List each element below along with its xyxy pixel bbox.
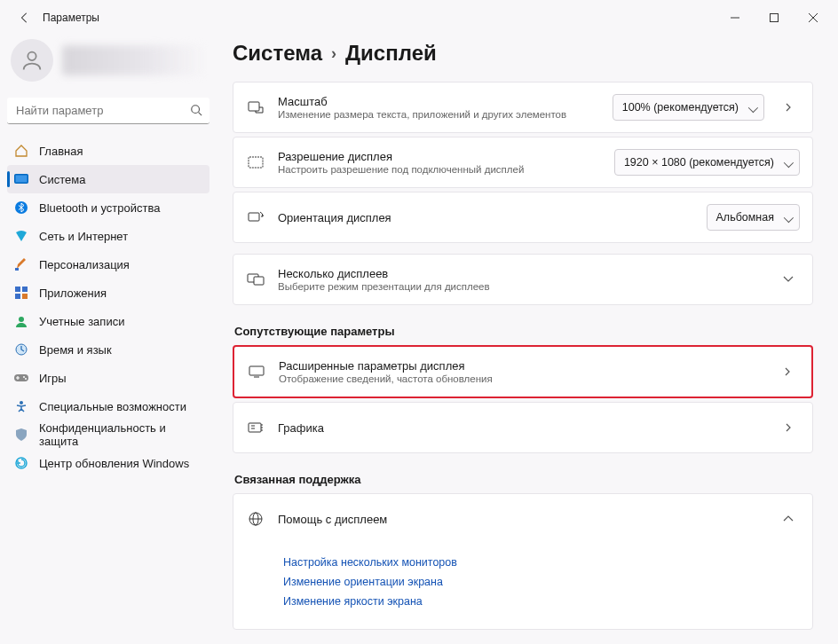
sidebar-item-label: Персонализация [39,258,130,271]
multi-display-subtitle: Выберите режим презентации для дисплеев [278,281,764,292]
svg-point-15 [19,317,24,322]
scale-subtitle: Изменение размера текста, приложений и д… [278,109,600,120]
svg-rect-23 [249,157,263,168]
help-link[interactable]: Изменение ориентации экрана [283,576,812,588]
brush-icon [14,257,28,271]
advanced-display-subtitle: Отображение сведений, частота обновления [279,373,763,384]
main-content: Система › Дисплей Масштаб Изменение разм… [217,35,838,644]
sidebar-item-apps[interactable]: Приложения [7,279,210,307]
apps-icon [14,286,28,300]
sidebar-item-time-language[interactable]: Время и язык [7,335,210,364]
help-header-row[interactable]: Помощь с дисплеем [233,494,812,544]
svg-point-4 [28,52,36,60]
sidebar-item-label: Сеть и Интернет [39,230,128,243]
maximize-button[interactable] [755,4,794,31]
svg-rect-13 [15,294,20,299]
sidebar-item-personalization[interactable]: Персонализация [7,250,210,279]
sidebar-item-label: Время и язык [39,343,112,357]
sidebar-item-privacy[interactable]: Конфиденциальность и защита [7,420,210,449]
search-box[interactable] [7,98,210,124]
close-button[interactable] [794,4,833,31]
scale-title: Масштаб [278,95,600,108]
orientation-dropdown[interactable]: Альбомная [707,204,800,231]
sidebar-item-windows-update[interactable]: Центр обновления Windows [7,449,210,477]
chevron-down-icon[interactable] [777,276,800,283]
system-icon [14,172,28,186]
graphics-row[interactable]: Графика [233,402,813,453]
shield-icon [14,428,28,442]
sidebar-item-network[interactable]: Сеть и Интернет [7,222,210,250]
window-title: Параметры [43,12,99,24]
related-heading: Сопутствующие параметры [234,325,813,338]
sidebar-item-gaming[interactable]: Игры [7,364,210,392]
back-button[interactable] [12,5,37,30]
help-card: Помощь с дисплеем Настройка нескольких м… [233,493,813,630]
multi-display-title: Несколько дисплеев [278,267,764,280]
help-link[interactable]: Настройка нескольких мониторов [283,556,812,569]
sidebar-item-accounts[interactable]: Учетные записи [7,307,210,335]
update-icon [14,456,28,470]
svg-rect-26 [254,277,264,285]
scale-row[interactable]: Масштаб Изменение размера текста, прилож… [233,82,813,133]
profile-block[interactable] [7,35,210,98]
resolution-row[interactable]: Разрешение дисплея Настроить разрешение … [233,137,813,188]
scale-dropdown[interactable]: 100% (рекомендуется) [613,94,764,121]
help-links: Настройка нескольких мониторов Изменение… [233,544,812,629]
globe-icon [246,511,265,527]
sidebar-item-label: Bluetooth и устройства [39,201,160,215]
monitor-icon [247,365,266,378]
svg-rect-14 [22,294,28,299]
accessibility-icon [14,399,28,413]
graphics-icon [246,421,265,434]
graphics-title: Графика [278,421,764,435]
resolution-subtitle: Настроить разрешение под подключенный ди… [278,164,602,175]
sidebar-item-label: Приложения [39,287,107,300]
orientation-row[interactable]: Ориентация дисплея Альбомная [233,192,813,243]
sidebar-item-system[interactable]: Система [7,165,210,193]
chevron-right-icon[interactable] [777,103,800,112]
svg-line-6 [199,113,202,116]
sidebar-item-accessibility[interactable]: Специальные возможности [7,392,210,420]
gaming-icon [14,371,28,385]
chevron-up-icon[interactable] [777,515,800,522]
svg-point-19 [25,378,27,380]
sidebar-item-label: Специальные возможности [39,400,186,413]
resolution-dropdown[interactable]: 1920 × 1080 (рекомендуется) [614,149,800,176]
nav-list: Главная Система Bluetooth и устройства С… [7,137,210,477]
chevron-right-icon: › [331,44,336,63]
svg-point-20 [20,401,23,404]
accounts-icon [14,314,28,328]
chevron-right-icon[interactable] [777,423,800,432]
help-link[interactable]: Изменение яркости экрана [283,595,812,608]
breadcrumb: Система › Дисплей [233,41,813,66]
svg-rect-24 [249,213,259,221]
search-input[interactable] [7,98,210,124]
sidebar-item-label: Учетные записи [39,315,124,328]
search-icon [190,104,202,119]
sidebar-item-bluetooth[interactable]: Bluetooth и устройства [7,193,210,222]
svg-rect-27 [249,366,264,375]
minimize-button[interactable] [715,4,755,31]
svg-rect-12 [22,287,28,292]
multi-display-row[interactable]: Несколько дисплеев Выберите режим презен… [233,254,813,305]
clock-globe-icon [14,342,28,357]
titlebar: Параметры [0,0,838,35]
support-heading: Связанная поддержка [234,473,813,486]
profile-name-blurred [62,45,206,75]
advanced-display-title: Расширенные параметры дисплея [279,359,763,373]
bluetooth-icon [14,200,28,215]
sidebar-item-home[interactable]: Главная [7,137,210,165]
advanced-display-row[interactable]: Расширенные параметры дисплея Отображени… [233,345,813,398]
breadcrumb-current: Дисплей [345,41,437,66]
svg-rect-1 [771,14,779,22]
chevron-right-icon[interactable] [776,367,799,376]
resolution-title: Разрешение дисплея [278,150,602,163]
multi-display-icon [246,273,265,286]
breadcrumb-parent[interactable]: Система [233,41,322,66]
window-controls [715,4,833,31]
orientation-title: Ориентация дисплея [278,211,694,224]
sidebar-item-label: Центр обновления Windows [39,457,189,470]
scale-icon [246,99,265,115]
svg-rect-8 [16,176,28,183]
sidebar: Главная Система Bluetooth и устройства С… [0,35,217,644]
